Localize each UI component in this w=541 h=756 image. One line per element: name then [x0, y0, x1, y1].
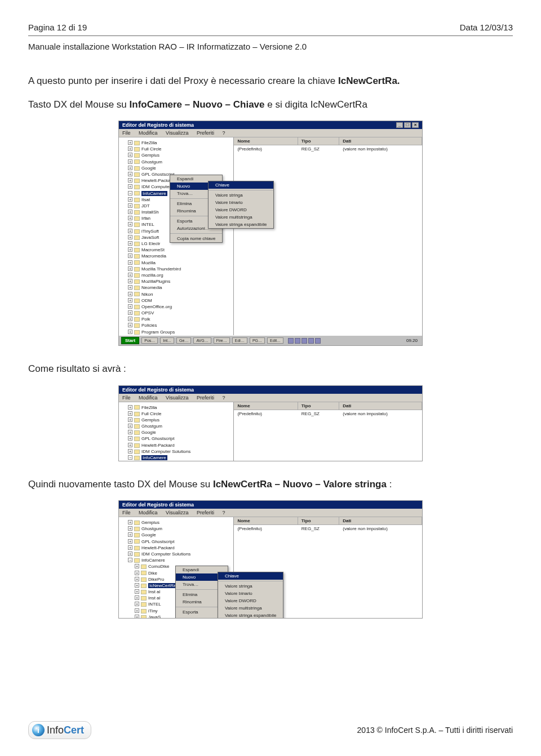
sub-stringa[interactable]: Valore stringa	[209, 192, 273, 199]
taskbar: Start Pos… Int… Ge… AVG… Fire… Edi… PG… …	[119, 335, 422, 345]
sub-strexp[interactable]: Valore stringa espandibile	[218, 612, 283, 618]
sub-dword[interactable]: Valore DWORD	[209, 206, 273, 214]
col-data: Dati	[339, 137, 422, 145]
sub-binario[interactable]: Valore binario	[218, 590, 283, 597]
tree-node[interactable]: +Mozilla Thunderbird	[121, 266, 231, 272]
tree-node[interactable]: +Full Circle	[121, 411, 231, 417]
menu-help[interactable]: ?	[222, 395, 225, 401]
col-data: Dati	[339, 402, 422, 410]
tree-node[interactable]: +Ghostgum	[121, 159, 231, 165]
col-name: Nome	[234, 517, 298, 524]
taskbar-item[interactable]: Pos…	[141, 337, 158, 344]
menu-file[interactable]: File	[122, 395, 131, 401]
tree-node[interactable]: −InfoCamere	[121, 557, 231, 563]
tree-node[interactable]: −InfoCamere	[121, 455, 231, 461]
tree-node[interactable]: +Neomedia	[121, 284, 231, 291]
tree-node[interactable]: +MozillaPlugins	[121, 278, 231, 284]
tree-node[interactable]: +GPL Ghostscript	[121, 539, 231, 545]
taskbar-item[interactable]: AVG…	[193, 337, 211, 344]
minimize-icon[interactable]: _	[396, 122, 403, 128]
p4-suffix: :	[389, 479, 392, 490]
list-row[interactable]: (Predefinito) REG_SZ (valore non imposta…	[234, 525, 422, 532]
sub-binario[interactable]: Valore binario	[209, 199, 273, 206]
menu-file[interactable]: File	[122, 130, 131, 136]
sub-chiave[interactable]: Chiave	[209, 181, 273, 189]
tree-node[interactable]: +Gemplus	[121, 519, 231, 526]
submenu-nuovo[interactable]: Chiave Valore stringa Valore binario Val…	[208, 181, 274, 229]
sub-multistr[interactable]: Valore multistringa	[209, 214, 273, 221]
tree-node[interactable]: +Program Groups	[121, 329, 231, 335]
taskbar-item[interactable]: Int…	[160, 337, 174, 344]
list-row[interactable]: (Predefinito) REG_SZ (valore non imposta…	[234, 145, 422, 153]
system-tray[interactable]	[288, 338, 321, 344]
menu-visualizza[interactable]: Visualizza	[166, 130, 188, 136]
sub-dword[interactable]: Valore DWORD	[218, 597, 283, 604]
sub-stringa[interactable]: Valore stringa	[218, 582, 283, 590]
tree-node[interactable]: +GPL Ghostscript	[121, 435, 231, 442]
menu-help[interactable]: ?	[222, 130, 225, 136]
menubar: File Modifica Visualizza Preferiti ?	[119, 129, 422, 137]
close-icon[interactable]: ×	[412, 122, 419, 128]
tree-node[interactable]: +FileZilla	[121, 404, 231, 411]
menu-file[interactable]: File	[122, 510, 131, 515]
menu-preferiti[interactable]: Preferiti	[197, 510, 214, 515]
tree-node[interactable]: +Hewlett-Packard	[121, 545, 231, 551]
tree-node[interactable]: +Ghostgum	[121, 526, 231, 532]
tree-node[interactable]: +OpenOffice.org	[121, 304, 231, 310]
paragraph-4: Quindi nuovamente tasto DX del Mouse su …	[28, 477, 513, 492]
tree-node[interactable]: +ODM	[121, 297, 231, 304]
taskbar-item[interactable]: Edi…	[232, 337, 247, 344]
header-divider	[28, 35, 513, 36]
tree-node[interactable]: +FileZilla	[121, 140, 231, 146]
tree-node[interactable]: +Polk	[121, 316, 231, 322]
ctx-copia[interactable]: Copia nome chiave	[170, 235, 222, 242]
tree-node[interactable]: +mozilla.org	[121, 272, 231, 278]
window-title: Editor del Registro di sistema	[122, 502, 194, 508]
tree-node[interactable]: +Policies	[121, 322, 231, 328]
tree-node[interactable]: +Google	[121, 429, 231, 435]
panes: +FileZilla+Full Circle+Gemplus+Ghostgum+…	[119, 402, 422, 461]
menu-modifica[interactable]: Modifica	[139, 395, 158, 401]
tree-node[interactable]: +Google	[121, 532, 231, 538]
doc-subtitle: Manuale installazione Workstation RAO – …	[28, 42, 513, 51]
cell-type: REG_SZ	[298, 410, 339, 417]
tree-node[interactable]: +Mozilla	[121, 260, 231, 266]
tree-node[interactable]: +Hewlett-Packard	[121, 442, 231, 448]
tree-node[interactable]: +OPSV	[121, 310, 231, 316]
tree-node[interactable]: +Macromedia	[121, 253, 231, 259]
sub-chiave[interactable]: Chiave	[218, 572, 283, 580]
taskbar-item[interactable]: Edit…	[267, 337, 283, 344]
sub-multistr[interactable]: Valore multistringa	[218, 604, 283, 612]
menu-preferiti[interactable]: Preferiti	[197, 130, 214, 136]
registry-values[interactable]: Nome Tipo Dati (Predefinito) REG_SZ (val…	[234, 137, 422, 345]
tree-node[interactable]: +Full Circle	[121, 146, 231, 152]
taskbar-item[interactable]: PG…	[250, 337, 265, 344]
taskbar-item[interactable]: Ge…	[176, 337, 191, 344]
menu-visualizza[interactable]: Visualizza	[166, 395, 188, 401]
tree-node[interactable]: +Gemplus	[121, 417, 231, 423]
taskbar-item[interactable]: Fire…	[214, 337, 230, 344]
tree-node[interactable]: +IDM Computer Solutions	[121, 448, 231, 455]
submenu-nuovo[interactable]: Chiave Valore stringa Valore binario Val…	[218, 572, 283, 618]
start-button[interactable]: Start	[121, 337, 139, 344]
tree-node[interactable]: +MacromeSt	[121, 247, 231, 253]
tree-node[interactable]: +Google	[121, 165, 231, 171]
menu-visualizza[interactable]: Visualizza	[166, 510, 188, 515]
tree-node[interactable]: +Gemplus	[121, 152, 231, 158]
menu-modifica[interactable]: Modifica	[139, 510, 158, 515]
menu-modifica[interactable]: Modifica	[139, 130, 158, 136]
cell-name: (Predefinito)	[234, 525, 298, 532]
menu-preferiti[interactable]: Preferiti	[197, 395, 214, 401]
tree-node[interactable]: +Nikon	[121, 291, 231, 297]
tree-node[interactable]: +Ghostgum	[121, 423, 231, 429]
cell-data: (valore non impostato)	[339, 145, 422, 153]
maximize-icon[interactable]: □	[404, 122, 411, 128]
registry-values[interactable]: Nome Tipo Dati (Predefinito) REG_SZ (val…	[234, 402, 422, 461]
p2-suffix: e si digita IcNewCertRa	[267, 99, 367, 110]
tree-node[interactable]: +IDM Computer Solutions	[121, 551, 231, 557]
sub-strexp[interactable]: Valore stringa espandibile	[209, 221, 273, 228]
menu-help[interactable]: ?	[222, 510, 225, 515]
list-row[interactable]: (Predefinito) REG_SZ (valore non imposta…	[234, 410, 422, 417]
p2-bold: InfoCamere – Nuovo – Chiave	[130, 99, 265, 110]
registry-tree[interactable]: +FileZilla+Full Circle+Gemplus+Ghostgum+…	[119, 402, 234, 461]
